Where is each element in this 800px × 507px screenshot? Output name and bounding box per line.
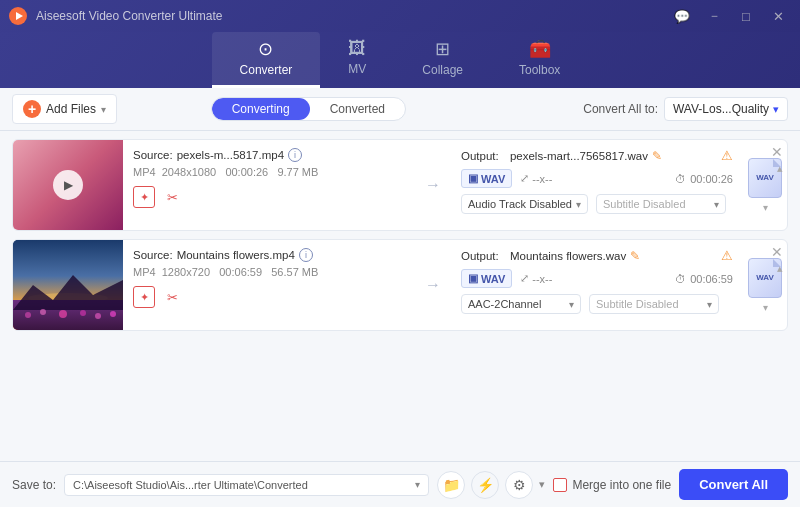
audio-track-select-1[interactable]: Audio Track Disabled ▾: [461, 194, 588, 214]
output-label-1: Output:: [461, 150, 499, 162]
play-button-1[interactable]: ▶: [53, 170, 83, 200]
alert-icon-1[interactable]: ⚠: [721, 148, 733, 163]
close-item-button-1[interactable]: ✕: [771, 144, 783, 160]
info-icon-1[interactable]: i: [288, 148, 302, 162]
svg-point-7: [40, 309, 46, 315]
scissors-icon-2: ✂: [167, 290, 178, 305]
scissors-button-1[interactable]: ✂: [161, 186, 183, 208]
subtitle-value-2: Subtitle Disabled: [596, 298, 679, 310]
size-ctrl-2: ⤢ --x--: [520, 272, 552, 285]
save-path-input[interactable]: C:\Aiseesoft Studio\Ais...rter Ultimate\…: [64, 474, 429, 496]
audio-track-select-2[interactable]: AAC-2Channel ▾: [461, 294, 581, 314]
file-item-1: ▶ Source: pexels-m...5817.mp4 i MP4 2048…: [12, 139, 788, 231]
convert-all-button[interactable]: Convert All: [679, 469, 788, 500]
duration-2: ⏱ 00:06:59: [675, 273, 733, 285]
main-content: ▶ Source: pexels-m...5817.mp4 i MP4 2048…: [0, 131, 800, 461]
thumbnail-bg-2: [13, 240, 123, 330]
source-row-1: Source: pexels-m...5817.mp4 i: [133, 148, 405, 162]
bottom-dropdown-icon[interactable]: ▾: [539, 478, 545, 491]
arrow-section-1: →: [415, 140, 451, 230]
convert-all-to-value: WAV-Los...Quality: [673, 102, 769, 116]
minimize-button[interactable]: －: [700, 6, 728, 26]
output-format-2: WAV: [481, 273, 505, 285]
add-files-label: Add Files: [46, 102, 96, 116]
merge-label: Merge into one file: [572, 478, 671, 492]
output-controls-2: ▣ WAV ⤢ --x-- ⏱ 00:06:59: [461, 269, 733, 288]
merge-cb-box[interactable]: [553, 478, 567, 492]
thumbnail-1: ▶: [13, 140, 123, 230]
expand-button-2[interactable]: ▴: [777, 262, 783, 275]
maximize-button[interactable]: □: [732, 6, 760, 26]
output-section-1: Output: pexels-mart...7565817.wav ✎ ⚠ ▣ …: [451, 140, 743, 230]
file-format-1: MP4: [133, 166, 156, 178]
gear-icon: ⚙: [513, 477, 526, 493]
effect-button-1[interactable]: ✦: [133, 186, 155, 208]
subtitle-select-1[interactable]: Subtitle Disabled ▾: [596, 194, 726, 214]
file-info-2: Source: Mountains flowers.mp4 i MP4 1280…: [123, 240, 415, 330]
info-icon-2[interactable]: i: [299, 248, 313, 262]
file-meta-2: MP4 1280x720 00:06:59 56.57 MB: [133, 266, 405, 278]
resize-icon-1: ⤢: [520, 172, 529, 185]
expand-button-1[interactable]: ▴: [777, 162, 783, 175]
add-files-dropdown-icon[interactable]: ▾: [101, 104, 106, 115]
size-dash-1: --x--: [532, 173, 552, 185]
wav-dropdown-2[interactable]: ▾: [763, 302, 768, 313]
tab-toolbox[interactable]: 🧰 Toolbox: [491, 32, 588, 88]
merge-checkbox[interactable]: Merge into one file: [553, 478, 671, 492]
alert-icon-2[interactable]: ⚠: [721, 248, 733, 263]
svg-point-9: [80, 310, 86, 316]
output-label-2: Output:: [461, 250, 499, 262]
effect-icon-2: ✦: [140, 291, 149, 304]
tab-converted[interactable]: Converted: [310, 98, 405, 120]
output-format-1: WAV: [481, 173, 505, 185]
scissors-button-2[interactable]: ✂: [161, 286, 183, 308]
file-duration-1: 00:00:26: [225, 166, 268, 178]
file-item-2: Source: Mountains flowers.mp4 i MP4 1280…: [12, 239, 788, 331]
toolbox-icon: 🧰: [529, 38, 551, 60]
output-duration-1: 00:00:26: [690, 173, 733, 185]
tab-collage[interactable]: ⊞ Collage: [394, 32, 491, 88]
edit-icon-2[interactable]: ✎: [630, 249, 640, 263]
thumbnail-bg-1: ▶: [13, 140, 123, 230]
close-button[interactable]: ✕: [764, 6, 792, 26]
audio-track-caret-2: ▾: [569, 299, 574, 310]
add-files-button[interactable]: + Add Files ▾: [12, 94, 117, 124]
chat-button[interactable]: 💬: [668, 6, 696, 26]
wav-dropdown-1[interactable]: ▾: [763, 202, 768, 213]
audio-track-caret-1: ▾: [576, 199, 581, 210]
tab-converter[interactable]: ⊙ Converter: [212, 32, 321, 88]
subtitle-caret-1: ▾: [714, 199, 719, 210]
output-controls-1: ▣ WAV ⤢ --x-- ⏱ 00:00:26: [461, 169, 733, 188]
effect-button-2[interactable]: ✦: [133, 286, 155, 308]
source-label-1: Source:: [133, 149, 173, 161]
gear-button[interactable]: ⚙: [505, 471, 533, 499]
save-path-value: C:\Aiseesoft Studio\Ais...rter Ultimate\…: [73, 479, 308, 491]
bottom-bar: Save to: C:\Aiseesoft Studio\Ais...rter …: [0, 461, 800, 507]
tab-converting[interactable]: Converting: [212, 98, 310, 120]
convert-all-to-select[interactable]: WAV-Los...Quality ▾: [664, 97, 788, 121]
clock-icon-1: ⏱: [675, 173, 686, 185]
source-label-2: Source:: [133, 249, 173, 261]
tab-switcher: Converting Converted: [211, 97, 406, 121]
folder-button[interactable]: 📁: [437, 471, 465, 499]
tab-mv[interactable]: 🖼 MV: [320, 32, 394, 88]
add-icon: +: [23, 100, 41, 118]
edit-icon-1[interactable]: ✎: [652, 149, 662, 163]
format-badge-1: ▣ WAV: [461, 169, 512, 188]
subtitle-select-2[interactable]: Subtitle Disabled ▾: [589, 294, 719, 314]
file-duration-2: 00:06:59: [219, 266, 262, 278]
source-name-2: Mountains flowers.mp4: [177, 249, 295, 261]
converter-icon: ⊙: [258, 38, 273, 60]
audio-track-value-2: AAC-2Channel: [468, 298, 541, 310]
nav-bar: ⊙ Converter 🖼 MV ⊞ Collage 🧰 Toolbox: [0, 32, 800, 88]
tab-converter-label: Converter: [240, 63, 293, 77]
svg-point-11: [110, 311, 116, 317]
file-info-1: Source: pexels-m...5817.mp4 i MP4 2048x1…: [123, 140, 415, 230]
lightning-button[interactable]: ⚡: [471, 471, 499, 499]
toolbar: + Add Files ▾ Converting Converted Conve…: [0, 88, 800, 131]
size-dash-2: --x--: [532, 273, 552, 285]
close-item-button-2[interactable]: ✕: [771, 244, 783, 260]
source-name-1: pexels-m...5817.mp4: [177, 149, 284, 161]
file-format-2: MP4: [133, 266, 156, 278]
mv-icon: 🖼: [348, 38, 366, 59]
